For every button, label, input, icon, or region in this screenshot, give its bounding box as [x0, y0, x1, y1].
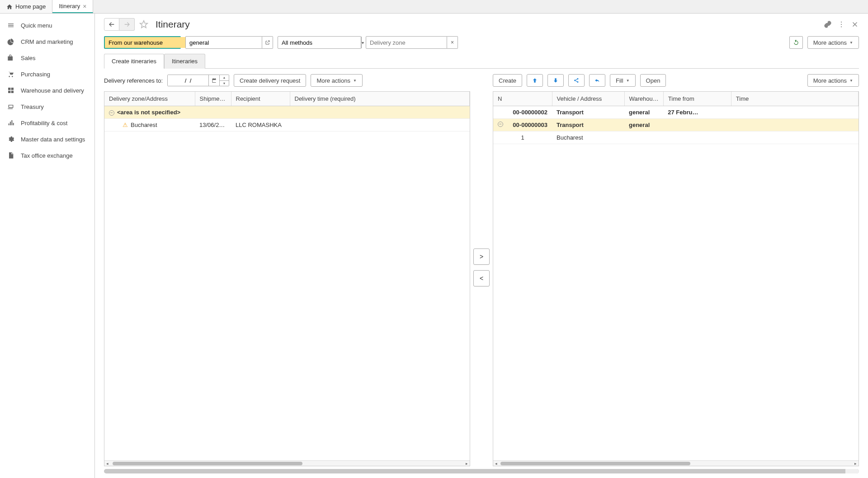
- table-row[interactable]: 1 Bucharest: [493, 131, 859, 144]
- move-right-button[interactable]: >: [473, 248, 490, 265]
- sidebar-item-sales[interactable]: Sales: [0, 50, 94, 66]
- grid-icon: [7, 87, 14, 94]
- table-row[interactable]: ⚠Bucharest 13/06/2… LLC ROMASHKA: [104, 119, 470, 131]
- sidebar-item-purchasing[interactable]: Purchasing: [0, 66, 94, 82]
- sidebar-item-treasury[interactable]: Treasury: [0, 98, 94, 115]
- table-row[interactable]: −00-00000003 Transport general: [493, 119, 859, 131]
- warehouse-dropdown[interactable]: ▾: [104, 36, 181, 49]
- open-button[interactable]: Open: [640, 74, 666, 87]
- sidebar-item-label: Tax office exchange: [21, 152, 73, 159]
- col-time[interactable]: Time: [731, 92, 858, 106]
- button-label: More actions: [316, 77, 350, 84]
- tab-create-itineraries[interactable]: Create itineraries: [104, 54, 164, 69]
- table-group-row[interactable]: −<area is not specified>: [104, 106, 470, 119]
- nav-back-button[interactable]: [104, 18, 119, 31]
- page-title: Itinerary: [156, 19, 190, 30]
- date-input[interactable]: [167, 75, 220, 86]
- warehouse-input[interactable]: [105, 37, 188, 48]
- col-delivery-time[interactable]: Delivery time (required): [290, 92, 470, 106]
- more-vertical-icon[interactable]: [837, 20, 845, 28]
- tab-itineraries[interactable]: Itineraries: [164, 54, 205, 69]
- reload-icon: [793, 39, 799, 46]
- button-label: Open: [646, 77, 660, 84]
- col-vehicle[interactable]: Vehicle / Address: [552, 92, 624, 106]
- main-h-scrollbar[interactable]: [104, 469, 859, 473]
- nav-forward-button[interactable]: [119, 18, 135, 31]
- cell-time: [663, 119, 731, 131]
- col-zone[interactable]: Delivery zone/Address: [104, 92, 195, 106]
- share-button[interactable]: [568, 74, 585, 87]
- spinner-down[interactable]: ▼: [220, 81, 229, 86]
- methods-dropdown[interactable]: ▾: [278, 36, 361, 49]
- h-scrollbar[interactable]: ◂ ▸: [104, 460, 470, 466]
- more-actions-left-button[interactable]: More actions ▼: [311, 74, 362, 87]
- move-left-button[interactable]: <: [473, 270, 490, 286]
- col-n[interactable]: N: [493, 92, 552, 106]
- forward-button[interactable]: [589, 74, 605, 87]
- create-delivery-request-button[interactable]: Create delivery request: [234, 74, 306, 87]
- h-scrollbar[interactable]: ◂ ▸: [493, 460, 859, 466]
- chevron-right-icon: >: [480, 253, 483, 260]
- open-external-button[interactable]: [262, 36, 273, 49]
- button-label: Fill: [616, 77, 623, 84]
- create-button[interactable]: Create: [493, 74, 522, 87]
- collapse-icon[interactable]: −: [498, 122, 503, 127]
- delivery-ref-label: Delivery references to:: [104, 77, 163, 84]
- general-input[interactable]: [186, 37, 269, 48]
- clear-zone-button[interactable]: ×: [447, 36, 458, 49]
- col-shipment[interactable]: Shipme…: [195, 92, 231, 106]
- cell-wh: general: [624, 119, 663, 131]
- zone-input[interactable]: [366, 37, 449, 48]
- arrow-left-icon: [108, 21, 115, 28]
- sidebar-item-masterdata[interactable]: Master data and settings: [0, 131, 94, 147]
- star-icon[interactable]: [139, 20, 148, 29]
- sidebar-item-crm[interactable]: CRM and marketing: [0, 33, 94, 50]
- arrow-up-icon: [532, 77, 538, 84]
- scroll-left-icon[interactable]: ◂: [106, 461, 108, 466]
- transfer-controls: > <: [470, 69, 493, 466]
- move-down-button[interactable]: [547, 74, 564, 87]
- sidebar-item-tax[interactable]: Tax office exchange: [0, 147, 94, 164]
- general-dropdown[interactable]: ▾: [185, 36, 262, 49]
- calendar-icon[interactable]: [208, 75, 219, 86]
- collapse-icon[interactable]: −: [109, 110, 114, 116]
- date-spinner[interactable]: ▲ ▼: [220, 75, 229, 86]
- right-grid: N Vehicle / Address Warehou… Time from T…: [493, 91, 859, 466]
- fill-button[interactable]: Fill▼: [610, 74, 636, 87]
- cell-wh: [624, 131, 663, 144]
- filter-row: ▾ ▾ ▾ ▾: [95, 34, 868, 53]
- col-timefrom[interactable]: Time from: [663, 92, 731, 106]
- date-field[interactable]: [168, 75, 208, 86]
- zone-dropdown[interactable]: ▾: [366, 36, 447, 49]
- link-icon[interactable]: [824, 20, 832, 28]
- col-warehouse[interactable]: Warehou…: [624, 92, 663, 106]
- sidebar-item-label: Purchasing: [21, 71, 50, 78]
- tab-itinerary[interactable]: Itinerary ×: [52, 0, 93, 13]
- group-label: <area is not specified>: [117, 109, 180, 116]
- chevron-down-icon: ▼: [353, 79, 357, 83]
- scroll-right-icon[interactable]: ▸: [466, 461, 468, 466]
- chevron-down-icon[interactable]: ▾: [361, 37, 364, 48]
- col-recipient[interactable]: Recipient: [231, 92, 290, 106]
- title-row: Itinerary: [95, 14, 868, 34]
- delivery-requests-panel: Delivery references to: ▲ ▼: [104, 69, 470, 466]
- more-actions-right-button[interactable]: More actions▼: [807, 74, 859, 87]
- close-icon[interactable]: [851, 20, 859, 28]
- sidebar: Quick menu CRM and marketing Sales Purch…: [0, 14, 95, 478]
- spinner-up[interactable]: ▲: [220, 75, 229, 81]
- sidebar-item-warehouse[interactable]: Warehouse and delivery: [0, 82, 94, 98]
- scroll-left-icon[interactable]: ◂: [495, 461, 497, 466]
- button-label: Create: [499, 77, 516, 84]
- sidebar-item-profitability[interactable]: Profitability & cost: [0, 115, 94, 131]
- itineraries-panel: Create Fill▼ Open More actions▼: [493, 69, 859, 466]
- more-actions-button[interactable]: More actions ▼: [807, 36, 859, 49]
- move-up-button[interactable]: [527, 74, 543, 87]
- sidebar-item-quickmenu[interactable]: Quick menu: [0, 17, 94, 33]
- reload-button[interactable]: [789, 36, 803, 49]
- close-icon[interactable]: ×: [83, 3, 86, 9]
- table-row[interactable]: 00-00000002 Transport general 27 Febru…: [493, 106, 859, 119]
- methods-input[interactable]: [278, 37, 361, 48]
- tab-home[interactable]: Home page: [0, 0, 52, 13]
- chevron-down-icon: ▼: [626, 79, 630, 83]
- scroll-right-icon[interactable]: ▸: [854, 461, 857, 466]
